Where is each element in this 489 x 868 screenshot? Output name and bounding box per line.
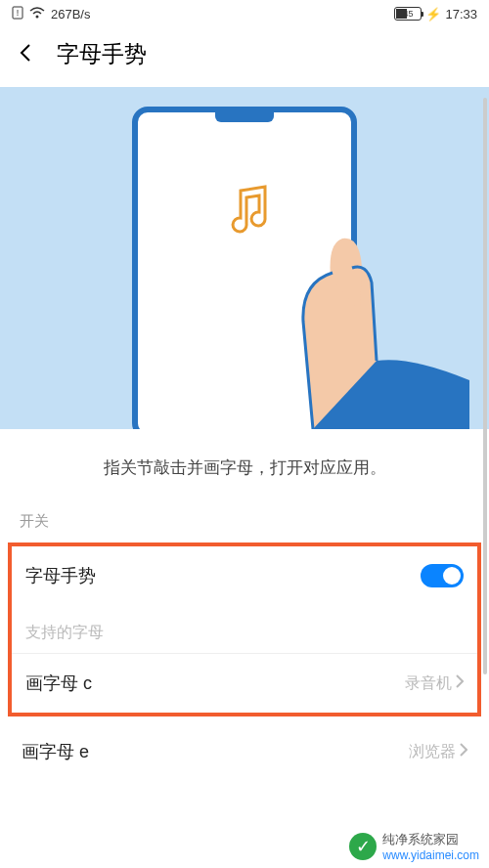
watermark: ✓ 纯净系统家园 www.yidaimei.com [349,831,479,862]
status-bar: ! 267B/s 45 ⚡ 17:33 [0,0,489,27]
supported-letters-label: 支持的字母 [12,605,477,653]
sim-warning-icon: ! [12,6,23,22]
watermark-host: www.yidaimei.com [382,848,479,862]
toggle-row[interactable]: 字母手势 [12,546,477,605]
page-title: 字母手势 [57,39,147,69]
watermark-label: 纯净系统家园 [382,831,479,848]
svg-text:!: ! [17,8,20,18]
chevron-right-icon [460,743,467,760]
switch-section-label: 开关 [0,506,489,537]
letter-c-label: 画字母 c [25,672,92,695]
watermark-badge-icon: ✓ [349,833,377,860]
svg-point-2 [36,15,39,18]
hero-description: 指关节敲击并画字母，打开对应应用。 [0,429,489,506]
letter-e-label: 画字母 e [22,740,89,763]
scroll-indicator [483,98,487,674]
wifi-icon [29,7,45,22]
letter-c-value: 录音机 [405,673,452,694]
hand-illustration [215,185,469,429]
letter-c-row[interactable]: 画字母 c 录音机 [12,654,477,713]
letter-e-value: 浏览器 [409,742,456,762]
clock: 17:33 [445,7,477,22]
back-icon[interactable] [16,42,37,67]
network-speed: 267B/s [51,7,90,22]
battery-icon: 45 [394,7,422,21]
hero-illustration [0,87,489,429]
highlight-box: 字母手势 支持的字母 画字母 c 录音机 [8,542,481,716]
toggle-row-label: 字母手势 [25,564,96,587]
chevron-right-icon [456,674,464,692]
charging-icon: ⚡ [425,7,441,22]
header: 字母手势 [0,27,489,77]
letter-e-row[interactable]: 画字母 e 浏览器 [0,722,489,781]
toggle-switch[interactable] [421,564,464,587]
